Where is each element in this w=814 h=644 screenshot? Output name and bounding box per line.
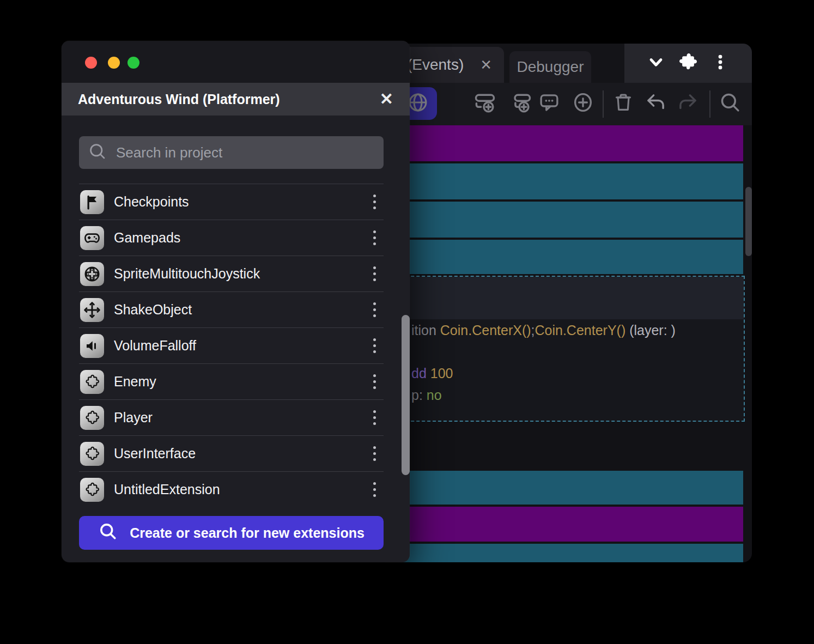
traffic-light-zoom[interactable] bbox=[127, 57, 139, 69]
event-code-line: dd 100 bbox=[411, 366, 453, 381]
list-item-label: Enemy bbox=[114, 374, 365, 390]
event-code-line: p: no bbox=[411, 387, 442, 403]
collapse-tabs-button[interactable] bbox=[644, 51, 668, 75]
item-menu-button[interactable] bbox=[365, 299, 384, 321]
search-icon bbox=[88, 142, 107, 163]
add-event-button[interactable] bbox=[471, 88, 499, 119]
kebab-menu-icon bbox=[711, 53, 730, 74]
list-item-label: Gamepads bbox=[114, 230, 365, 246]
tab-debugger[interactable]: Debugger bbox=[509, 51, 591, 83]
dialog-titlebar bbox=[62, 41, 410, 83]
tab-events-label: (Events) bbox=[407, 56, 464, 74]
add-subevent-button[interactable] bbox=[507, 88, 535, 119]
gamepad-icon bbox=[80, 226, 104, 250]
window-titlebar-actions bbox=[624, 44, 752, 83]
search-icon bbox=[98, 521, 118, 544]
search-events-button[interactable] bbox=[716, 88, 744, 119]
list-item-label: UserInterface bbox=[114, 446, 365, 461]
add-other-button[interactable] bbox=[569, 88, 597, 119]
redo-icon bbox=[676, 91, 699, 116]
create-extension-label: Create or search for new extensions bbox=[130, 525, 365, 541]
list-item-joystick[interactable]: SpriteMultitouchJoystick bbox=[79, 256, 384, 291]
item-menu-button[interactable] bbox=[365, 479, 384, 501]
dialog-header: Adventurous Wind (Platformer) ✕ bbox=[62, 83, 410, 116]
traffic-light-minimize[interactable] bbox=[108, 57, 120, 69]
create-extension-button[interactable]: Create or search for new extensions bbox=[79, 516, 384, 550]
undo-button[interactable] bbox=[642, 88, 670, 119]
add-subevent-icon bbox=[509, 90, 533, 117]
list-item-userinterface[interactable]: UserInterface bbox=[79, 435, 384, 471]
close-icon[interactable]: ✕ bbox=[380, 91, 393, 107]
list-item-shakeobject[interactable]: ShakeObject bbox=[79, 291, 384, 327]
puzzle-icon bbox=[80, 442, 104, 466]
globe-icon bbox=[406, 91, 429, 116]
toolbar-divider bbox=[709, 90, 710, 118]
dialog-scrollbar[interactable] bbox=[402, 315, 410, 475]
list-item-label: ShakeObject bbox=[114, 302, 365, 318]
event-code-line: ition Coin.CenterX();Coin.CenterY() (lay… bbox=[411, 323, 676, 338]
list-item-checkpoints[interactable]: Checkpoints bbox=[79, 184, 384, 220]
add-event-icon bbox=[473, 90, 497, 117]
page-title: Adventurous Wind (Platformer) bbox=[78, 92, 280, 107]
puzzle-icon bbox=[678, 52, 698, 75]
list-item-player[interactable]: Player bbox=[79, 399, 384, 435]
events-scrollbar[interactable] bbox=[745, 187, 752, 256]
project-search[interactable] bbox=[79, 136, 384, 169]
add-circle-icon bbox=[572, 91, 594, 116]
item-menu-button[interactable] bbox=[365, 227, 384, 249]
puzzle-icon bbox=[80, 406, 104, 430]
extensions-button[interactable] bbox=[676, 51, 700, 75]
item-menu-button[interactable] bbox=[365, 335, 384, 357]
search-icon bbox=[719, 91, 742, 116]
move-icon bbox=[80, 298, 104, 322]
toolbar-divider bbox=[603, 90, 604, 118]
trash-icon bbox=[612, 92, 634, 116]
chevron-down-icon bbox=[646, 52, 666, 74]
extension-list: Checkpoints Gamepads SpriteMultitouchJoy… bbox=[79, 184, 384, 507]
puzzle-icon bbox=[80, 370, 104, 394]
list-item-enemy[interactable]: Enemy bbox=[79, 363, 384, 399]
list-item-label: SpriteMultitouchJoystick bbox=[114, 266, 365, 282]
flag-icon bbox=[80, 190, 104, 214]
item-menu-button[interactable] bbox=[365, 407, 384, 429]
project-manager-dialog: Adventurous Wind (Platformer) ✕ Checkpoi… bbox=[62, 41, 410, 562]
item-menu-button[interactable] bbox=[365, 263, 384, 285]
list-item-untitledextension[interactable]: UntitledExtension bbox=[79, 471, 384, 507]
speaker-icon bbox=[80, 334, 104, 358]
search-input[interactable] bbox=[116, 144, 375, 161]
item-menu-button[interactable] bbox=[365, 191, 384, 213]
list-item-label: Checkpoints bbox=[114, 194, 365, 210]
list-item-label: VolumeFalloff bbox=[114, 338, 365, 354]
undo-icon bbox=[645, 91, 667, 116]
list-item-label: UntitledExtension bbox=[114, 482, 365, 497]
item-menu-button[interactable] bbox=[365, 443, 384, 465]
window-menu-button[interactable] bbox=[708, 51, 732, 75]
tab-close-icon[interactable]: ✕ bbox=[480, 58, 492, 72]
list-item-volumefalloff[interactable]: VolumeFalloff bbox=[79, 327, 384, 363]
tab-debugger-label: Debugger bbox=[517, 58, 584, 76]
joystick-icon bbox=[80, 262, 104, 286]
list-item-gamepads[interactable]: Gamepads bbox=[79, 220, 384, 256]
comment-icon bbox=[538, 91, 561, 116]
redo-button[interactable] bbox=[673, 88, 702, 119]
traffic-light-close[interactable] bbox=[85, 57, 97, 69]
puzzle-icon bbox=[80, 478, 104, 502]
list-item-label: Player bbox=[114, 410, 365, 426]
add-comment-button[interactable] bbox=[535, 88, 563, 119]
item-menu-button[interactable] bbox=[365, 371, 384, 393]
delete-button[interactable] bbox=[609, 88, 637, 119]
